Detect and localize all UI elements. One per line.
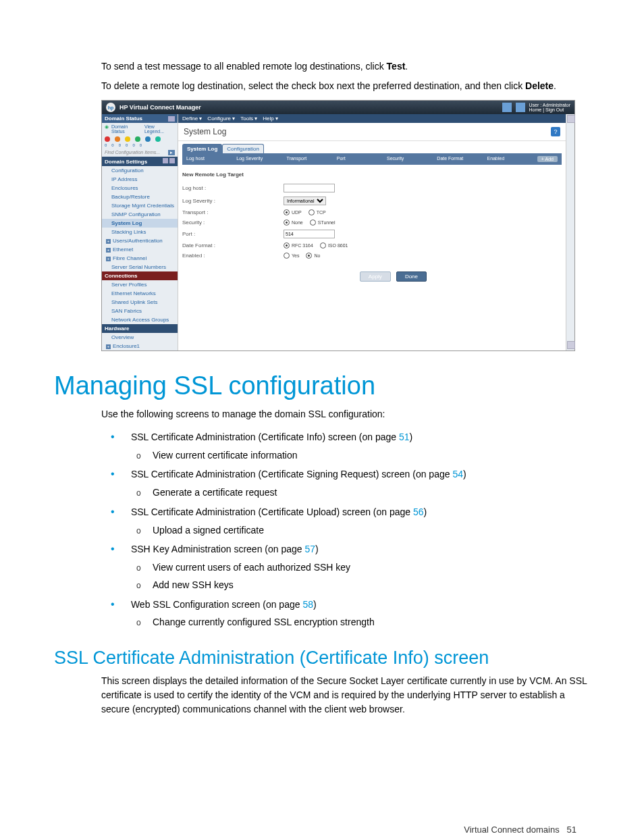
label-port: Port : bbox=[182, 231, 284, 237]
panel-domain-status[interactable]: Domain Status bbox=[102, 114, 178, 123]
radio-yes[interactable]: Yes bbox=[284, 253, 299, 259]
sidebar-item[interactable]: IP Address bbox=[102, 175, 178, 184]
page-link[interactable]: 56 bbox=[413, 506, 424, 517]
status-other-icon[interactable] bbox=[155, 136, 161, 142]
panel-hardware[interactable]: Hardware bbox=[102, 324, 178, 333]
menu-help[interactable]: Help ▾ bbox=[263, 115, 278, 122]
tab-configuration[interactable]: Configuration bbox=[222, 144, 264, 153]
col-header: Log Severity bbox=[236, 156, 273, 162]
tab-system-log[interactable]: System Log bbox=[182, 144, 222, 153]
list-item: Web SSL Configuration screen (on page 58… bbox=[128, 594, 590, 631]
hp-logo-icon: hp bbox=[106, 103, 115, 112]
text: SSL Certificate Administration (Certific… bbox=[131, 506, 413, 517]
sidebar-item[interactable]: SAN Fabrics bbox=[102, 307, 178, 315]
sidebar-item[interactable]: Ethernet Networks bbox=[102, 289, 178, 298]
page-link[interactable]: 57 bbox=[304, 544, 315, 554]
col-header: Transport bbox=[287, 156, 323, 162]
sidebar-item[interactable]: Enclosures bbox=[102, 184, 178, 192]
sidebar-item[interactable]: Server Serial Numbers bbox=[102, 263, 178, 271]
log-severity-select[interactable]: Informational bbox=[284, 197, 326, 205]
page-link[interactable]: 54 bbox=[452, 469, 463, 479]
label-date-format: Date Format : bbox=[182, 242, 284, 249]
sidebar-item[interactable]: Stacking Links bbox=[102, 228, 178, 236]
label: Fibre Channel bbox=[113, 255, 146, 261]
col-header: Log host bbox=[186, 156, 223, 162]
home-icon[interactable] bbox=[502, 103, 512, 112]
radio-icon bbox=[320, 242, 326, 249]
sidebar-item[interactable]: Backup/Restore bbox=[102, 192, 178, 201]
port-input[interactable] bbox=[284, 230, 335, 238]
sidebar-item[interactable]: +Users/Authentication bbox=[102, 236, 178, 245]
sidebar-item[interactable]: Server Profiles bbox=[102, 280, 178, 289]
label: Users/Authentication bbox=[113, 238, 163, 244]
footer-page-number: 51 bbox=[567, 825, 576, 834]
log-host-input[interactable] bbox=[284, 184, 335, 192]
search-go-icon[interactable]: ▸ bbox=[168, 150, 175, 155]
scrollbar[interactable] bbox=[566, 114, 574, 350]
status-major-icon[interactable] bbox=[115, 136, 120, 142]
sidebar-item[interactable]: Shared Uplink Sets bbox=[102, 298, 178, 307]
collapse-icon[interactable] bbox=[168, 116, 175, 122]
text: ) bbox=[313, 599, 317, 610]
user-icon[interactable] bbox=[516, 103, 525, 112]
radio-udp[interactable]: UDP bbox=[284, 209, 302, 215]
search-input[interactable]: Find Configuration Items... bbox=[105, 150, 160, 155]
sidebar-item[interactable]: Configuration bbox=[102, 166, 178, 175]
panel-title: Connections bbox=[105, 273, 137, 279]
sidebar-item[interactable]: +Enclosure1 bbox=[102, 342, 178, 350]
sidebar-item-system-log[interactable]: System Log bbox=[102, 219, 178, 228]
main-panel: Define ▾ Configure ▾ Tools ▾ Help ▾ Syst… bbox=[178, 114, 566, 350]
radio-rfc[interactable]: RFC 3164 bbox=[284, 242, 313, 249]
scroll-down-icon[interactable] bbox=[567, 341, 575, 349]
status-ok-icon[interactable] bbox=[135, 136, 140, 142]
col-header: Date Format bbox=[437, 156, 473, 162]
radio-icon bbox=[284, 209, 290, 215]
status-minor-icon[interactable] bbox=[125, 136, 130, 142]
radio-none[interactable]: None bbox=[284, 219, 303, 226]
domain-status-link[interactable]: Domain Status bbox=[111, 124, 142, 134]
add-button[interactable]: + Add bbox=[537, 156, 558, 162]
radio-iso[interactable]: ISO 8601 bbox=[320, 242, 348, 249]
expand-icon[interactable]: + bbox=[106, 257, 111, 261]
sidebar-item[interactable]: Overview bbox=[102, 333, 178, 342]
help-icon[interactable]: ? bbox=[551, 127, 560, 136]
label: Ethernet bbox=[113, 246, 133, 253]
col-header: Enabled bbox=[487, 156, 524, 162]
expand-icon[interactable]: + bbox=[106, 248, 111, 253]
sidebar-item[interactable]: SNMP Configuration bbox=[102, 210, 178, 219]
radio-label: RFC 3164 bbox=[292, 243, 313, 248]
expand-icon[interactable]: + bbox=[106, 344, 111, 349]
tool-icon[interactable] bbox=[163, 158, 168, 163]
sidebar-item[interactable]: Storage Mgmt Credentials bbox=[102, 201, 178, 210]
panel-domain-settings[interactable]: Domain Settings bbox=[102, 157, 178, 166]
page-link[interactable]: 51 bbox=[399, 432, 410, 442]
page-link[interactable]: 58 bbox=[302, 599, 313, 610]
sidebar-item[interactable]: Network Access Groups bbox=[102, 315, 178, 324]
status-critical-icon[interactable] bbox=[105, 136, 110, 142]
text: ) bbox=[424, 506, 427, 517]
menu-define[interactable]: Define ▾ bbox=[182, 115, 202, 122]
tool-icon[interactable] bbox=[169, 158, 175, 163]
view-legend-link[interactable]: View Legend... bbox=[144, 124, 175, 134]
menu-tools[interactable]: Tools ▾ bbox=[240, 115, 257, 122]
radio-label: Yes bbox=[292, 253, 299, 258]
home-signout-links[interactable]: Home | Sign Out bbox=[529, 107, 570, 112]
radio-tcp[interactable]: TCP bbox=[308, 209, 326, 215]
sub-item: Generate a certificate request bbox=[153, 484, 590, 502]
apply-button[interactable]: Apply bbox=[360, 271, 391, 282]
radio-no[interactable]: No bbox=[306, 253, 320, 259]
status-ok-icon: ◉ bbox=[105, 124, 109, 134]
panel-connections[interactable]: Connections bbox=[102, 271, 178, 280]
expand-icon[interactable]: + bbox=[106, 239, 111, 244]
radio-stunnel[interactable]: STunnel bbox=[310, 219, 336, 226]
radio-label: No bbox=[314, 253, 320, 258]
status-info-icon[interactable] bbox=[145, 136, 151, 142]
label: Enclosure1 bbox=[113, 343, 140, 349]
menu-configure[interactable]: Configure ▾ bbox=[207, 115, 235, 122]
done-button[interactable]: Done bbox=[396, 271, 427, 282]
bullet-list: SSL Certificate Administration (Certific… bbox=[128, 427, 590, 631]
scroll-up-icon[interactable] bbox=[567, 115, 575, 123]
radio-icon bbox=[306, 253, 312, 259]
sidebar-item[interactable]: +Fibre Channel bbox=[102, 254, 178, 263]
sidebar-item[interactable]: +Ethernet bbox=[102, 245, 178, 254]
